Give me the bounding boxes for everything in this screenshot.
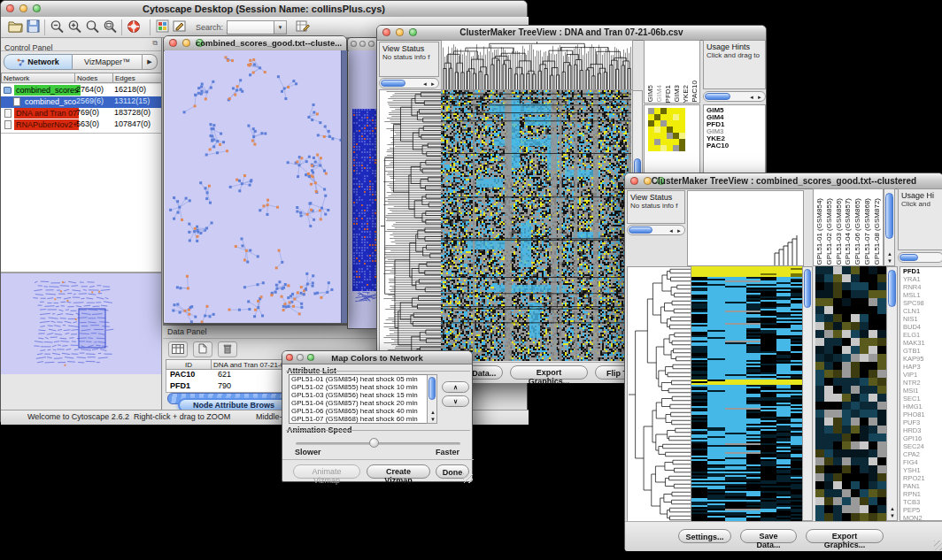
table-edit-button[interactable] (294, 19, 312, 35)
scroll-down-icon[interactable]: ▼ (887, 258, 892, 264)
scroll-left-icon[interactable]: ◄ (749, 95, 754, 100)
scroll-right-icon[interactable]: ► (676, 228, 682, 234)
main-heatmap[interactable] (441, 90, 631, 361)
zoom-heatmap[interactable] (815, 266, 886, 521)
float-panel-icon[interactable]: ⧉ (152, 39, 158, 48)
zoom-fit-button[interactable] (101, 19, 119, 35)
global-overview-matrix[interactable] (648, 108, 687, 152)
gene-label[interactable]: VIP1 (903, 371, 942, 379)
close-icon[interactable] (351, 41, 357, 47)
left-pane-scrollbar[interactable]: ◄ ► (627, 225, 685, 235)
main-titlebar[interactable]: Cytoscape Desktop (Session Name: collins… (1, 1, 527, 18)
gene-label[interactable]: PAN1 (903, 482, 942, 490)
gene-label[interactable]: HRD3 (903, 426, 942, 434)
right-pane-scrollbar[interactable] (898, 252, 942, 263)
animate-vizmap-button[interactable]: Animate Vizmap (293, 464, 360, 479)
search-input[interactable] (227, 20, 274, 35)
gene-label[interactable]: GTB1 (903, 347, 942, 355)
array-label[interactable]: GPL51-07 (GSM868) (863, 198, 871, 265)
gene-label[interactable]: RPN1 (903, 490, 942, 498)
zoom-window-icon[interactable] (368, 41, 374, 47)
column-label[interactable]: GIM3 (673, 85, 681, 103)
new-attribute-button[interactable] (193, 341, 212, 357)
attribute-item[interactable]: GPL51-04 (GSM857) heat shock 20 min (290, 399, 436, 407)
resize-grip[interactable] (934, 541, 942, 550)
column-dendrogram[interactable] (687, 190, 804, 266)
gene-label[interactable]: BUD4 (903, 323, 942, 331)
gene-label[interactable]: HAP3 (903, 363, 942, 371)
gene-label[interactable]: NTR2 (903, 379, 942, 387)
row-label[interactable]: PAC10 (706, 142, 765, 150)
minimize-icon[interactable] (359, 41, 366, 47)
treeview2-titlebar[interactable]: ClusterMaker TreeView : combined_scores_… (625, 173, 942, 189)
array-label[interactable]: GPL51-04 (GSM857) (844, 198, 852, 265)
left-pane-scrollbar[interactable]: ◄ ► (379, 78, 439, 88)
tab-vizmapper[interactable]: VizMapper™ (73, 54, 143, 70)
array-label[interactable]: GPL51-06 (GSM865) (853, 198, 861, 265)
column-dendrogram[interactable] (441, 40, 633, 90)
gene-label[interactable]: CLN1 (903, 307, 942, 315)
scroll-right-icon[interactable]: ► (757, 95, 762, 100)
gene-label[interactable]: ELG1 (903, 331, 942, 339)
zoom-out-button[interactable] (48, 19, 66, 35)
gene-label[interactable]: MSI1 (903, 387, 942, 395)
array-label[interactable]: GPL51-02 (GSM855) (825, 198, 833, 265)
array-label[interactable]: GPL51-03 (GSM856) (835, 198, 843, 265)
scroll-left-icon[interactable]: ◄ (422, 81, 428, 87)
delete-attribute-button[interactable] (218, 341, 237, 357)
gene-label[interactable]: SPC98 (903, 299, 942, 307)
gene-label[interactable]: TCB3 (903, 498, 942, 506)
network-row[interactable]: RNAPuberNov2+ 563(0) 107847(0) (1, 119, 161, 131)
vizmapper-button[interactable] (153, 19, 171, 35)
save-data-button[interactable]: Save Data... (740, 529, 797, 543)
select-attributes-button[interactable] (168, 341, 188, 357)
gene-label[interactable]: FIG4 (903, 458, 942, 466)
gene-label[interactable]: PEP5 (903, 506, 942, 514)
gene-label[interactable]: RNR4 (903, 283, 942, 291)
export-graphics-button[interactable]: Export Graphics... (806, 529, 884, 543)
settings-button[interactable]: Settings... (678, 529, 731, 543)
network-row[interactable]: DNA and Tran 07 769(0) 183728(0) (1, 108, 161, 119)
id-column-header[interactable]: ID (166, 359, 212, 370)
column-label[interactable]: YKE2 (682, 85, 690, 103)
col-header-nodes[interactable]: Nodes (74, 73, 113, 83)
help-button[interactable] (125, 19, 143, 35)
export-graphics-button[interactable]: Export Graphics... (510, 365, 588, 380)
gene-label[interactable]: GPI16 (903, 434, 942, 442)
move-down-button[interactable]: ∨ (442, 395, 469, 407)
row-dendrogram[interactable] (379, 89, 442, 363)
zoom-vscrollbar[interactable]: ▲ ▼ (886, 266, 898, 521)
minimize-icon[interactable] (182, 39, 190, 47)
column-label[interactable]: PFD1 (664, 85, 672, 103)
labels-vscrollbar[interactable]: ▲ ▼ (884, 188, 895, 266)
array-label[interactable]: GPL51-08 (GSM872) (873, 198, 881, 265)
scroll-up-icon[interactable]: ▲ (430, 410, 436, 415)
speed-slider-thumb[interactable] (369, 438, 379, 448)
network-row[interactable]: combined_scores 2764(0) 16218(0) (1, 85, 161, 96)
array-label[interactable]: GPL51-01 (GSM854) (815, 198, 823, 265)
gene-label[interactable]: YRA1 (903, 275, 942, 283)
network-graph-view[interactable] (165, 50, 341, 323)
scroll-left-icon[interactable]: ◄ (668, 228, 674, 234)
gene-label[interactable]: MAK31 (903, 339, 942, 347)
gene-label[interactable]: NIS1 (903, 315, 942, 323)
scroll-down-icon[interactable]: ▼ (890, 513, 895, 518)
annotation-button[interactable] (171, 19, 189, 35)
gene-label[interactable]: YSH1 (903, 466, 942, 474)
gene-label[interactable]: PHO81 (903, 410, 942, 418)
col-header-network[interactable]: Network (1, 73, 75, 83)
create-vizmap-button[interactable]: Create Vizmap (367, 464, 430, 479)
column-label[interactable]: GIM5 (646, 85, 654, 103)
open-file-button[interactable] (6, 19, 24, 35)
network-row-selected[interactable]: combined_sco 2569(6) 13112(15) (1, 96, 161, 108)
attribute-item[interactable]: GPL51-03 (GSM856) heat shock 15 min (290, 391, 436, 399)
search-dropdown-icon[interactable]: ▼ (274, 20, 287, 35)
gene-label[interactable]: SEC1 (903, 395, 942, 403)
gene-label[interactable]: KAP95 (903, 355, 942, 363)
network-overview[interactable] (1, 273, 155, 372)
gene-label[interactable]: RPO21 (903, 474, 942, 482)
scroll-up-icon[interactable]: ▲ (887, 251, 892, 257)
scroll-right-icon[interactable]: ► (430, 81, 436, 87)
tab-overflow-icon[interactable]: ▶ (143, 54, 158, 70)
gene-label[interactable]: SEC24 (903, 442, 942, 450)
